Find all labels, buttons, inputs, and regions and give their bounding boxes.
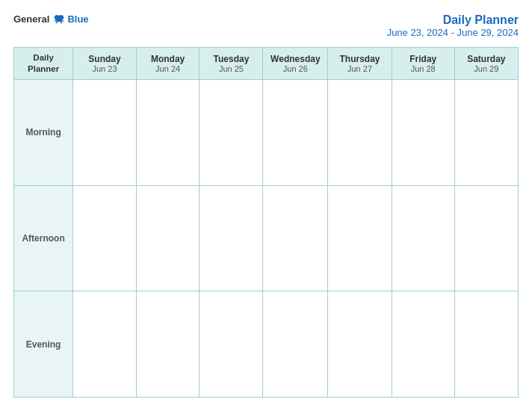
cell-evening-tuesday[interactable] <box>200 291 263 398</box>
cell-afternoon-friday[interactable] <box>392 185 454 291</box>
cell-evening-wednesday[interactable] <box>263 291 328 398</box>
planner-title: Daily Planner <box>387 13 519 27</box>
cell-afternoon-wednesday[interactable] <box>263 185 328 291</box>
cell-afternoon-saturday[interactable] <box>454 185 518 291</box>
cell-afternoon-monday[interactable] <box>136 185 200 291</box>
time-label-afternoon: Afternoon <box>14 185 73 291</box>
logo-general-text: General <box>13 13 49 25</box>
logo-blue-text: Blue <box>67 13 88 25</box>
header-cell-saturday: Saturday Jun 29 <box>454 48 518 80</box>
cell-morning-sunday[interactable] <box>73 79 137 185</box>
title-area: Daily Planner June 23, 2024 - June 29, 2… <box>387 13 519 38</box>
cell-morning-tuesday[interactable] <box>200 79 263 185</box>
table-header-row: Daily Planner Sunday Jun 23 Monday Jun 2… <box>14 48 519 80</box>
cell-morning-wednesday[interactable] <box>263 79 328 185</box>
time-label-morning: Morning <box>14 79 73 185</box>
calendar-table: Daily Planner Sunday Jun 23 Monday Jun 2… <box>13 47 519 398</box>
logo-bird-icon <box>52 14 66 25</box>
cell-evening-saturday[interactable] <box>454 291 518 398</box>
cell-morning-saturday[interactable] <box>454 79 518 185</box>
cell-evening-thursday[interactable] <box>328 291 392 398</box>
cell-afternoon-thursday[interactable] <box>328 185 392 291</box>
cell-evening-monday[interactable] <box>136 291 200 398</box>
table-row-evening: Evening <box>14 291 519 398</box>
cell-morning-thursday[interactable] <box>328 79 392 185</box>
table-row-afternoon: Afternoon <box>14 185 519 291</box>
page: General Blue Daily Planner June 23, 2024… <box>0 0 532 411</box>
cell-afternoon-sunday[interactable] <box>73 185 137 291</box>
header-cell-wednesday: Wednesday Jun 26 <box>263 48 328 80</box>
header-cell-friday: Friday Jun 28 <box>392 48 454 80</box>
planner-subtitle: June 23, 2024 - June 29, 2024 <box>387 27 519 38</box>
header-cell-sunday: Sunday Jun 23 <box>73 48 137 80</box>
header-cell-tuesday: Tuesday Jun 25 <box>200 48 263 80</box>
cell-morning-friday[interactable] <box>392 79 454 185</box>
cell-morning-monday[interactable] <box>136 79 200 185</box>
cell-afternoon-tuesday[interactable] <box>200 185 263 291</box>
cell-evening-friday[interactable] <box>392 291 454 398</box>
header-cell-thursday: Thursday Jun 27 <box>328 48 392 80</box>
logo-text: General Blue <box>13 13 89 25</box>
time-label-evening: Evening <box>14 291 73 398</box>
logo-area: General Blue <box>13 13 89 25</box>
header-cell-planner: Daily Planner <box>14 48 73 80</box>
table-row-morning: Morning <box>14 79 519 185</box>
header: General Blue Daily Planner June 23, 2024… <box>13 13 519 38</box>
header-cell-monday: Monday Jun 24 <box>136 48 200 80</box>
cell-evening-sunday[interactable] <box>73 291 137 398</box>
